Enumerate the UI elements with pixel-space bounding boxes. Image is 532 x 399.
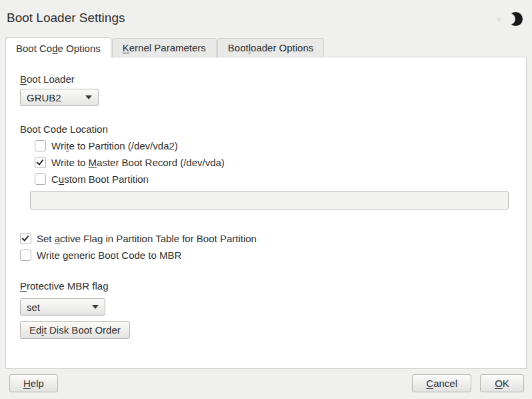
dropdown-arrow-icon bbox=[85, 95, 92, 99]
checkbox-box bbox=[35, 173, 46, 185]
protective-mbr-flag-label: Protective MBR flag bbox=[20, 280, 507, 292]
boot-loader-combobox[interactable]: GRUB2 bbox=[20, 89, 99, 106]
tab-label: Kernel Parameters bbox=[123, 42, 206, 53]
boot-code-options-panel: Boot Loader GRUB2 Boot Code Location Wri… bbox=[5, 57, 527, 369]
checkbox-label: Write to Partition (/dev/vda2) bbox=[51, 140, 178, 151]
checkbox-box bbox=[20, 250, 31, 261]
checkbox-box bbox=[35, 157, 46, 168]
footer-button-bar: Help Cancel OK bbox=[9, 374, 524, 392]
checkbox-set-active-flag[interactable]: Set active Flag in Partition Table for B… bbox=[20, 232, 507, 245]
sun-icon: ☀ bbox=[495, 14, 503, 25]
tab-label: Boot Code Options bbox=[16, 43, 101, 54]
cancel-button[interactable]: Cancel bbox=[412, 374, 471, 392]
tab-kernel-parameters[interactable]: Kernel Parameters bbox=[112, 38, 217, 57]
custom-boot-partition-input[interactable] bbox=[30, 191, 509, 210]
protective-mbr-flag-combobox[interactable]: set bbox=[20, 298, 105, 316]
checkbox-write-to-partition[interactable]: Write to Partition (/dev/vda2) bbox=[35, 139, 507, 152]
checkmark-icon bbox=[21, 234, 29, 242]
ok-button[interactable]: OK bbox=[480, 374, 524, 392]
tab-boot-code-options[interactable]: Boot Code Options bbox=[5, 37, 111, 57]
protective-mbr-flag-combobox-value: set bbox=[27, 302, 40, 313]
checkbox-label: Write generic Boot Code to MBR bbox=[37, 250, 181, 261]
tab-bar: Boot Code Options Kernel Parameters Boot… bbox=[0, 37, 532, 57]
boot-loader-label: Boot Loader bbox=[20, 73, 507, 85]
checkbox-write-generic-boot-code[interactable]: Write generic Boot Code to MBR bbox=[20, 249, 507, 262]
dropdown-arrow-icon bbox=[92, 305, 99, 309]
checkbox-label: Set active Flag in Partition Table for B… bbox=[37, 233, 257, 244]
edit-disk-boot-order-button[interactable]: Edit Disk Boot Order bbox=[20, 321, 130, 339]
titlebar: Boot Loader Settings ☀ bbox=[0, 0, 532, 28]
checkbox-label: Write to Master Boot Record (/dev/vda) bbox=[51, 157, 225, 168]
checkbox-box bbox=[35, 140, 46, 151]
boot-loader-settings-window: Boot Loader Settings ☀ Boot Code Options… bbox=[0, 0, 532, 399]
boot-loader-combobox-value: GRUB2 bbox=[27, 92, 61, 103]
crescent-moon-icon bbox=[509, 12, 523, 26]
checkbox-label: Custom Boot Partition bbox=[51, 173, 149, 185]
page-title: Boot Loader Settings bbox=[7, 11, 524, 25]
tab-label: Bootloader Options bbox=[228, 42, 313, 53]
checkbox-write-to-master-boot-record[interactable]: Write to Master Boot Record (/dev/vda) bbox=[35, 156, 507, 169]
tab-bootloader-options[interactable]: Bootloader Options bbox=[217, 38, 324, 57]
checkmark-icon bbox=[36, 157, 43, 165]
help-button[interactable]: Help bbox=[9, 374, 58, 392]
boot-code-location-label: Boot Code Location bbox=[20, 123, 507, 135]
checkbox-custom-boot-partition[interactable]: Custom Boot Partition bbox=[35, 173, 507, 185]
checkbox-box bbox=[20, 233, 31, 244]
corner-icons: ☀ bbox=[495, 11, 524, 27]
